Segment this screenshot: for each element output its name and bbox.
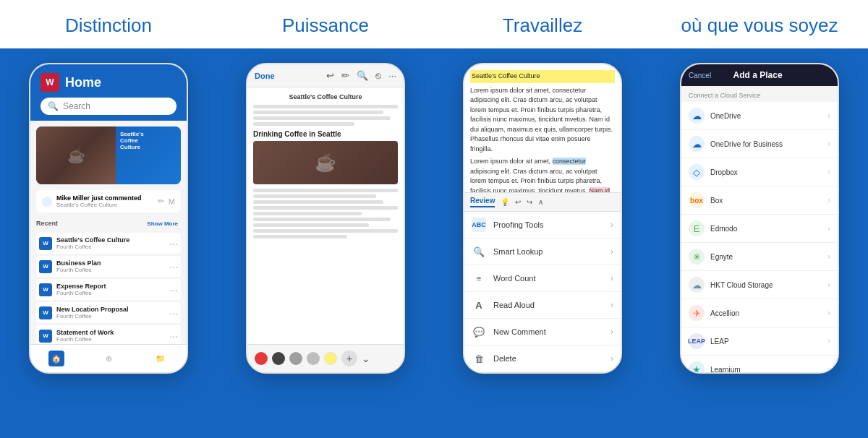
- egnyte-icon: ✳: [689, 249, 705, 265]
- new-nav-icon[interactable]: ⊕: [101, 351, 116, 366]
- phone1-home-title: W Home: [41, 73, 176, 92]
- newcomment-label: New Comment: [493, 327, 546, 336]
- cloud-item-accellion[interactable]: ✈ Accellion ›: [681, 299, 838, 327]
- cloud-item-onedrive[interactable]: ☁ OneDrive ›: [681, 102, 838, 130]
- file-name-3: Expense Report: [56, 283, 165, 290]
- phone1-bottom-nav: 🏠 ⊕ 📁: [30, 344, 187, 372]
- file-dots-2[interactable]: ···: [169, 262, 178, 272]
- section2-title: Puissance: [282, 14, 369, 36]
- doc-line-10: [253, 218, 391, 221]
- phone2-toolbar: Done ↩ ✏ 🔍 ⎋ ···: [247, 64, 404, 87]
- section-travaillez: Travaillez Seattle's Coffee Culture Lore…: [434, 0, 651, 438]
- cloud-item-onedrive-biz[interactable]: ☁ OneDrive for Business ›: [681, 130, 838, 158]
- smartlookup-arrow: ›: [610, 246, 613, 257]
- section3-title: Travaillez: [503, 14, 582, 36]
- cloud-item-box[interactable]: box Box ›: [681, 186, 838, 215]
- home-label: Home: [65, 75, 101, 90]
- onedrive-label: OneDrive: [710, 112, 741, 120]
- section-cloud: où que vous soyez Cancel Add a Place Con…: [651, 0, 868, 438]
- more-icon[interactable]: ···: [388, 70, 396, 81]
- menu-item-readaloud[interactable]: A Read Aloud ›: [464, 292, 621, 319]
- file-item-4[interactable]: W New Location Proposal Fourth Coffee ··…: [36, 302, 181, 323]
- file-item-3[interactable]: W Expense Report Fourth Coffee ···: [36, 279, 181, 300]
- cloud-item-edmodo[interactable]: E Edmodo ›: [681, 215, 838, 243]
- cloud-item-dropbox[interactable]: ◇ Dropbox ›: [681, 158, 838, 186]
- leap-arrow: ›: [827, 336, 830, 346]
- hkt-arrow: ›: [827, 280, 830, 290]
- cancel-button[interactable]: Cancel: [689, 72, 711, 80]
- section-heading-text: Drinking Coffee in Seattle: [253, 130, 398, 138]
- more-icon: M: [169, 197, 175, 206]
- done-button[interactable]: Done: [255, 72, 275, 80]
- doc-line-4: [253, 122, 354, 126]
- phone4: Cancel Add a Place Connect a Cloud Servi…: [680, 63, 839, 374]
- phone1: W Home 🔍 Search ☕: [29, 63, 188, 374]
- marker-yellow[interactable]: [324, 352, 337, 365]
- newcomment-arrow: ›: [610, 327, 613, 337]
- folder-nav-icon[interactable]: 📁: [153, 351, 169, 366]
- section3-phone-wrap: Seattle's Coffee Culture Lorem ipsum dol…: [434, 48, 651, 438]
- photo-banner: ☕ Seattle'sCoffeeCulture: [36, 126, 181, 184]
- share-icon[interactable]: ⎋: [375, 70, 381, 81]
- comment-avatar: [42, 197, 52, 207]
- chevron-down-icon[interactable]: ⌄: [362, 353, 370, 364]
- review-tab[interactable]: Review: [470, 197, 495, 207]
- learnium-label: Learnium: [710, 366, 741, 373]
- undo2-icon: ↩: [515, 198, 521, 206]
- edit-icon: ✏: [158, 197, 164, 206]
- find-icon[interactable]: 🔍: [357, 70, 368, 81]
- edmodo-arrow: ›: [827, 223, 830, 233]
- file-dots-4[interactable]: ···: [169, 308, 178, 318]
- marker-black[interactable]: [272, 352, 285, 365]
- cloud-item-egnyte[interactable]: ✳ Egnyte ›: [681, 243, 838, 271]
- pen-icon[interactable]: ✏: [341, 70, 349, 81]
- phone3-content: Seattle's Coffee Culture Lorem ipsum dol…: [464, 64, 621, 192]
- search-bar[interactable]: 🔍 Search: [41, 98, 176, 115]
- marker-gray[interactable]: [289, 352, 302, 365]
- file-dots-1[interactable]: ···: [169, 239, 178, 249]
- menu-item-wordcount[interactable]: ≡ Word Count ›: [464, 265, 621, 292]
- undo-icon[interactable]: ↩: [326, 70, 334, 81]
- add-marker-button[interactable]: +: [341, 351, 357, 366]
- section4-title: où que vous soyez: [681, 14, 838, 36]
- doc-section-heading: Drinking Coffee in Seattle: [253, 130, 398, 138]
- delete-icon: 🗑: [472, 351, 486, 366]
- phone3: Seattle's Coffee Culture Lorem ipsum dol…: [463, 63, 622, 374]
- phone2: Done ↩ ✏ 🔍 ⎋ ··· Seattle's Coffee Cultur…: [246, 63, 405, 374]
- comment-sub: Seattle's Coffee Culture: [56, 202, 142, 208]
- review-menu: ABC Proofing Tools › 🔍 Smart Lookup › ≡ …: [464, 212, 621, 372]
- onedrive-arrow: ›: [827, 111, 830, 121]
- file-item-1[interactable]: W Seattle's Coffee Culture Fourth Coffee…: [36, 233, 181, 254]
- file-dots-3[interactable]: ···: [169, 285, 178, 295]
- doc-line-11: [253, 223, 369, 227]
- box-arrow: ›: [827, 195, 830, 205]
- file-dots-5[interactable]: ···: [169, 331, 178, 341]
- accellion-arrow: ›: [827, 308, 830, 318]
- menu-item-smartlookup[interactable]: 🔍 Smart Lookup ›: [464, 239, 621, 265]
- menu-item-newcomment[interactable]: 💬 New Comment ›: [464, 319, 621, 345]
- menu-item-delete[interactable]: 🗑 Delete ›: [464, 345, 621, 372]
- photo-label: Seattle'sCoffeeCulture: [120, 131, 176, 150]
- accellion-icon: ✈: [689, 305, 705, 321]
- proofing-icon: ABC: [472, 218, 486, 232]
- marker-lightgray[interactable]: [307, 352, 320, 365]
- home-nav-icon[interactable]: 🏠: [48, 351, 64, 366]
- cloud-item-hkt[interactable]: ☁ HKT Cloud Storage ›: [681, 271, 838, 299]
- marker-red[interactable]: [255, 352, 268, 365]
- file-item-5[interactable]: W Statement of Work Fourth Coffee ···: [36, 325, 181, 344]
- search-icon: 🔍: [48, 101, 59, 111]
- show-more[interactable]: Show More: [147, 220, 178, 227]
- file-item-2[interactable]: W Business Plan Fourth Coffee ···: [36, 256, 181, 277]
- section-puissance: Puissance Done ↩ ✏ 🔍 ⎋ ··· Seattle': [217, 0, 434, 438]
- section4-title-wrap: où que vous soyez: [651, 0, 868, 48]
- wordcount-label: Word Count: [493, 274, 536, 283]
- menu-item-proofing[interactable]: ABC Proofing Tools ›: [464, 212, 621, 239]
- file-info-4: New Location Proposal Fourth Coffee: [56, 306, 165, 319]
- smartlookup-icon: 🔍: [472, 244, 486, 259]
- file-name-1: Seattle's Coffee Culture: [56, 236, 165, 244]
- redo-icon: ↪: [527, 198, 532, 206]
- review-toolbar: Review 💡 ↩ ↪ ∧: [464, 192, 621, 212]
- cloud-item-learnium[interactable]: ★ Learnium ›: [681, 356, 838, 372]
- cloud-item-leap[interactable]: LEAP LEAP ›: [681, 327, 838, 356]
- doc-line-8: [253, 206, 398, 210]
